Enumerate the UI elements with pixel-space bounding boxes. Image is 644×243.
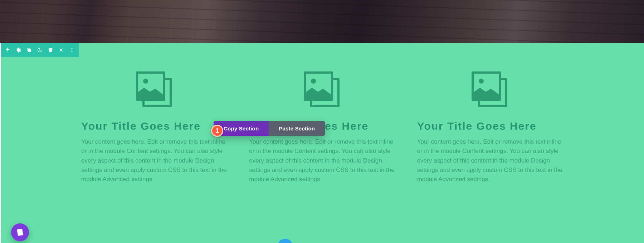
column-3: Your Title Goes Here Your content goes h…: [417, 71, 564, 184]
paste-section-button[interactable]: Paste Section: [269, 121, 325, 136]
svg-point-3: [72, 51, 73, 52]
column-title: Your Title Goes Here: [81, 120, 228, 132]
column-body: Your content goes here. Edit or remove t…: [417, 137, 564, 184]
annotation-badge-1: 1: [211, 125, 223, 137]
section-context-menu: Copy Section Paste Section: [214, 121, 325, 136]
column-title: Your Title Goes Here: [417, 120, 564, 132]
move-icon[interactable]: [3, 45, 12, 55]
svg-point-1: [72, 48, 73, 49]
notes-icon: [16, 228, 25, 237]
gear-icon[interactable]: [14, 45, 23, 55]
add-section-circle-peek[interactable]: [278, 239, 293, 243]
image-placeholder-icon: [304, 71, 341, 109]
column-body: Your content goes here. Edit or remove t…: [81, 137, 228, 184]
more-icon[interactable]: [67, 45, 77, 55]
history-fab-button[interactable]: [11, 223, 29, 241]
image-placeholder-icon: [472, 71, 509, 109]
power-save-icon[interactable]: [35, 45, 44, 55]
svg-point-2: [72, 50, 73, 51]
section-toolbar: [1, 43, 79, 57]
svg-rect-0: [39, 48, 40, 50]
trash-icon[interactable]: [46, 45, 55, 55]
close-icon[interactable]: [57, 45, 66, 55]
editable-section[interactable]: Your Title Goes Here Your content goes h…: [1, 43, 644, 243]
image-placeholder-icon: [136, 71, 173, 109]
hero-image: [0, 0, 644, 43]
column-body: Your content goes here. Edit or remove t…: [249, 137, 395, 184]
duplicate-icon[interactable]: [24, 45, 34, 55]
column-1: Your Title Goes Here Your content goes h…: [81, 71, 228, 184]
